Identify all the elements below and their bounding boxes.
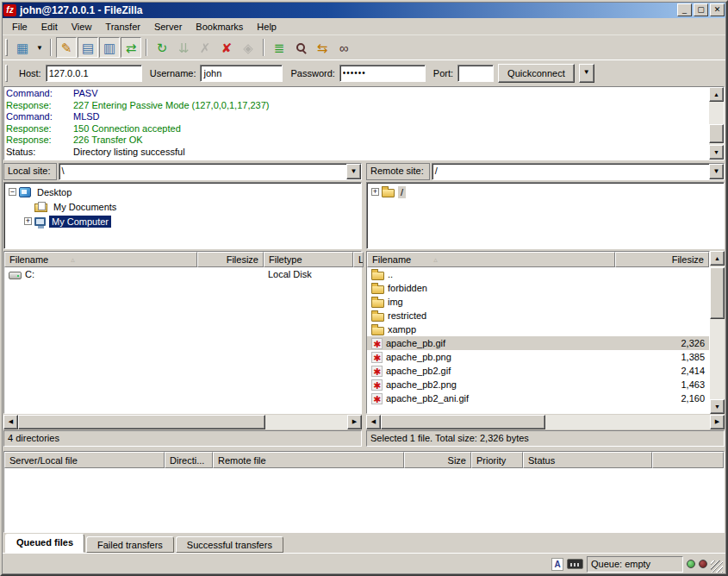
menu-item-file[interactable]: File [5,20,34,34]
log-type-label: Command: [6,88,73,100]
close-button[interactable]: ✕ [710,3,725,16]
file-row-apache-pb2-gif[interactable]: apache_pb2.gif2,414 [367,364,709,378]
reconnect-button[interactable]: ◈ [238,37,258,58]
scroll-track[interactable] [381,415,710,429]
password-input[interactable] [339,65,426,82]
toolbar-separator [50,39,52,56]
menu-item-view[interactable]: View [65,20,99,34]
menu-item-server[interactable]: Server [147,20,189,34]
scroll-up-icon[interactable]: ▲ [710,251,725,266]
scroll-track[interactable] [709,102,724,145]
log-type-label: Command: [6,111,73,123]
toggle-message-log-button[interactable]: ✎ [56,37,77,58]
process-queue-button[interactable]: ⇊ [173,37,194,58]
directory-comparison-button[interactable] [290,37,311,58]
menu-item-edit[interactable]: Edit [34,20,65,34]
local-horizontal-scrollbar[interactable]: ◀ ▶ [3,415,362,429]
remote-horizontal-scrollbar[interactable]: ◀ ▶ [366,415,725,429]
remote-site-combobox[interactable]: / ▼ [432,163,725,180]
column-header-filename[interactable]: Filename▵ [4,252,197,267]
tree-item-label: / [398,186,406,198]
tree-item-blank[interactable]: +/ [367,185,724,199]
column-header-filetype[interactable]: Filetype [264,252,353,267]
filename-text: apache_pb2.gif [386,366,451,376]
ascii-data-type-icon: A [551,558,563,571]
scroll-thumb[interactable] [709,124,724,143]
chevron-down-icon[interactable]: ▼ [346,164,361,179]
tree-expander-icon[interactable]: + [24,217,32,225]
scroll-thumb[interactable] [710,267,725,319]
column-header-remote-file[interactable]: Remote file [213,452,404,468]
file-row-apache-pb-gif[interactable]: apache_pb.gif2,326 [367,336,709,350]
file-row-apache-pb2-png[interactable]: apache_pb2.png1,463 [367,378,709,391]
scroll-down-icon[interactable]: ▼ [709,145,724,160]
tab-successful-transfers[interactable]: Successful transfers [176,536,283,553]
scroll-left-icon[interactable]: ◀ [3,415,18,429]
column-header-filesize[interactable]: Filesize [615,252,709,267]
column-header-filesize[interactable]: Filesize [197,252,264,267]
scroll-right-icon[interactable]: ▶ [710,415,725,429]
port-input[interactable] [457,65,494,82]
quickconnect-button[interactable]: Quickconnect [498,64,575,83]
site-manager-button[interactable]: ▦ [12,37,33,58]
column-header-size[interactable]: Size [404,452,471,468]
column-header-server-local-file[interactable]: Server/Local file [4,452,165,468]
resize-grip[interactable] [711,560,723,573]
tree-expander-icon[interactable]: + [371,188,379,196]
scroll-left-icon[interactable]: ◀ [366,415,381,429]
file-row-forbidden[interactable]: forbidden [367,281,709,295]
tree-item-desktop[interactable]: −Desktop [4,185,361,199]
synchronized-browsing-button[interactable]: ⇆ [312,37,333,58]
host-input[interactable] [46,65,142,82]
scroll-track[interactable] [710,266,725,399]
scroll-thumb[interactable] [381,415,545,429]
scroll-track[interactable] [18,415,347,429]
filename-text: xampp [388,324,416,335]
scroll-up-icon[interactable]: ▲ [709,87,724,102]
column-header-status[interactable]: Status [523,452,652,468]
site-manager-dropdown-icon[interactable]: ▼ [34,37,46,58]
toggle-transfer-queue-button[interactable]: ⇄ [121,37,141,58]
menu-item-transfer[interactable]: Transfer [98,20,147,34]
file-row-c[interactable]: C:Local Disk [4,267,361,281]
file-row-restricted[interactable]: restricted [367,309,709,322]
tree-item-my-computer[interactable]: +My Computer [4,214,361,229]
menu-item-help[interactable]: Help [250,20,283,34]
column-header-directi[interactable]: Directi... [165,452,213,468]
filename-cell: C: [4,267,197,281]
minimize-button[interactable]: _ [677,3,692,16]
refresh-button[interactable]: ↻ [152,37,172,58]
tab-failed-transfers[interactable]: Failed transfers [86,536,174,553]
find-files-button[interactable]: ∞ [333,37,354,58]
username-input[interactable] [200,65,283,82]
scroll-thumb[interactable] [18,415,265,429]
message-log-scrollbar[interactable]: ▲ ▼ [709,87,724,160]
remote-site-row: Remote site: / ▼ [366,162,725,181]
disconnect-button[interactable]: ✘ [216,37,237,58]
file-row-xampp[interactable]: xampp [367,322,709,336]
toggle-local-tree-button[interactable]: ▤ [78,37,98,58]
file-row-apache-pb-png[interactable]: apache_pb.png1,385 [367,350,709,364]
scroll-right-icon[interactable]: ▶ [347,415,362,429]
tree-item-my-documents[interactable]: My Documents [4,199,361,214]
toggle-remote-tree-button[interactable]: ▥ [99,37,120,58]
directory-filters-button[interactable]: ≣ [269,37,289,58]
tree-expander-icon[interactable]: − [9,188,16,196]
cancel-operation-button[interactable]: ✗ [195,37,215,58]
file-row-img[interactable]: img [367,295,709,309]
queue-body[interactable] [4,468,724,532]
file-row-apache-pb2-ani-gif[interactable]: apache_pb2_ani.gif2,160 [367,391,709,405]
log-type-label: Response: [6,100,73,112]
maximize-button[interactable]: ▢ [694,3,708,16]
menu-item-bookmarks[interactable]: Bookmarks [189,20,250,34]
scroll-down-icon[interactable]: ▼ [710,399,725,414]
chevron-down-icon[interactable]: ▼ [709,164,724,179]
column-header-extra[interactable] [652,452,724,468]
file-row-blank[interactable]: .. [367,267,709,281]
local-site-combobox[interactable]: \ ▼ [59,163,362,180]
remote-vertical-scrollbar[interactable]: ▲ ▼ [710,251,725,414]
column-header-priority[interactable]: Priority [471,452,523,468]
quickconnect-dropdown-icon[interactable]: ▼ [579,64,594,83]
column-header-filename[interactable]: Filename▵ [367,252,615,267]
tab-queued-files[interactable]: Queued files [5,534,84,553]
